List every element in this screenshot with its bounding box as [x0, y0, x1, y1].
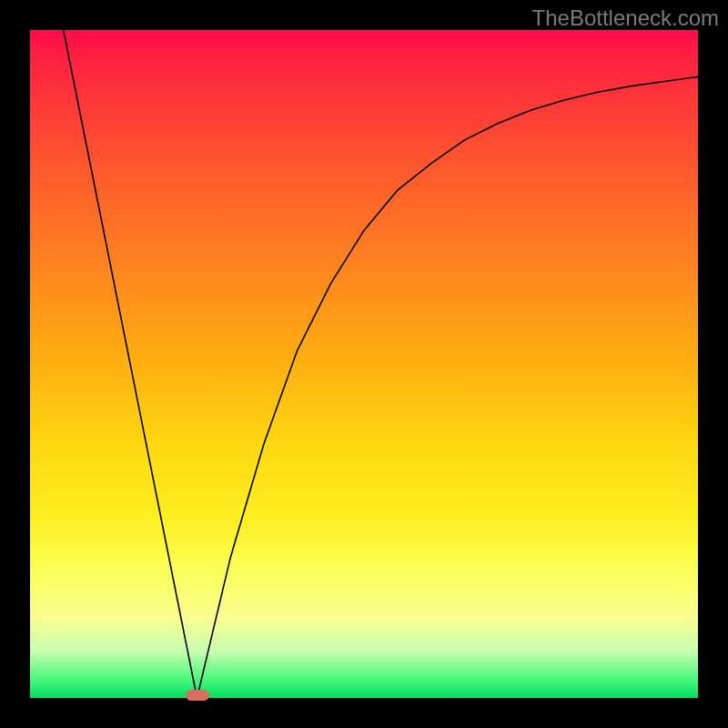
gradient-background: [30, 30, 698, 698]
optimum-marker: [186, 690, 209, 701]
chart-frame: TheBottleneck.com: [0, 0, 728, 728]
watermark-text: TheBottleneck.com: [532, 5, 719, 31]
